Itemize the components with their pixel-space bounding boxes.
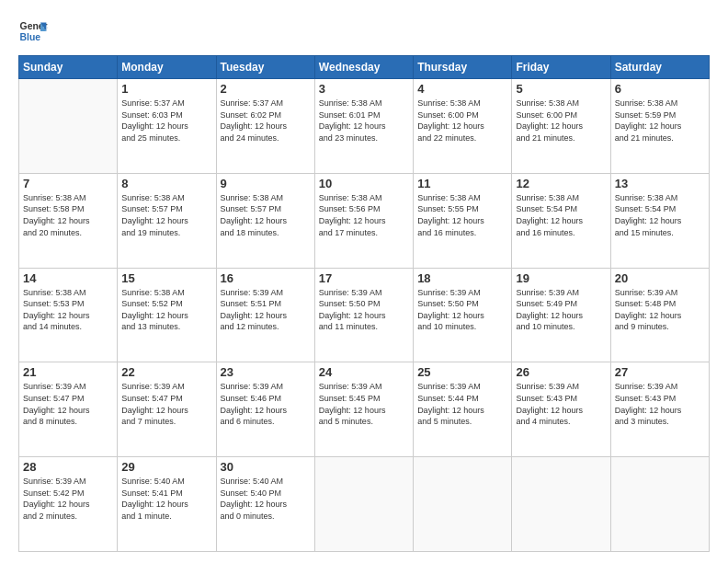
day-info: Sunrise: 5:39 AM Sunset: 5:46 PM Dayligh… — [221, 381, 311, 427]
calendar-cell — [314, 457, 413, 552]
calendar-cell: 16Sunrise: 5:39 AM Sunset: 5:51 PM Dayli… — [216, 268, 314, 362]
day-info: Sunrise: 5:38 AM Sunset: 6:01 PM Dayligh… — [319, 98, 409, 144]
logo: General Blue — [18, 17, 48, 46]
day-number: 6 — [615, 82, 705, 96]
weekday-header-monday: Monday — [118, 56, 216, 79]
calendar-cell: 30Sunrise: 5:40 AM Sunset: 5:40 PM Dayli… — [216, 457, 314, 552]
day-number: 25 — [417, 365, 507, 379]
calendar-cell: 1Sunrise: 5:37 AM Sunset: 6:03 PM Daylig… — [118, 79, 216, 174]
weekday-header-saturday: Saturday — [610, 56, 709, 79]
day-info: Sunrise: 5:39 AM Sunset: 5:42 PM Dayligh… — [23, 476, 113, 522]
calendar-cell — [610, 457, 709, 552]
day-number: 19 — [516, 271, 606, 285]
day-number: 11 — [417, 177, 507, 190]
day-info: Sunrise: 5:38 AM Sunset: 5:57 PM Dayligh… — [121, 192, 211, 238]
calendar-cell — [19, 79, 118, 174]
calendar-cell: 18Sunrise: 5:39 AM Sunset: 5:50 PM Dayli… — [414, 268, 512, 362]
day-info: Sunrise: 5:38 AM Sunset: 5:57 PM Dayligh… — [221, 192, 311, 238]
day-number: 18 — [417, 271, 507, 285]
day-info: Sunrise: 5:39 AM Sunset: 5:43 PM Dayligh… — [516, 381, 606, 427]
calendar-cell: 5Sunrise: 5:38 AM Sunset: 6:00 PM Daylig… — [512, 79, 610, 174]
calendar-cell: 13Sunrise: 5:38 AM Sunset: 5:54 PM Dayli… — [610, 173, 709, 268]
week-row-2: 7Sunrise: 5:38 AM Sunset: 5:58 PM Daylig… — [19, 173, 710, 268]
day-info: Sunrise: 5:38 AM Sunset: 5:55 PM Dayligh… — [417, 192, 507, 238]
day-info: Sunrise: 5:39 AM Sunset: 5:49 PM Dayligh… — [516, 287, 606, 333]
day-number: 10 — [319, 177, 409, 190]
calendar-cell — [512, 457, 610, 552]
day-info: Sunrise: 5:38 AM Sunset: 6:00 PM Dayligh… — [516, 98, 606, 144]
day-info: Sunrise: 5:38 AM Sunset: 5:58 PM Dayligh… — [23, 192, 113, 238]
svg-text:Blue: Blue — [20, 32, 41, 42]
calendar-cell: 6Sunrise: 5:38 AM Sunset: 5:59 PM Daylig… — [610, 79, 709, 174]
calendar-cell: 25Sunrise: 5:39 AM Sunset: 5:44 PM Dayli… — [414, 362, 512, 457]
calendar-cell: 9Sunrise: 5:38 AM Sunset: 5:57 PM Daylig… — [216, 173, 314, 268]
day-number: 15 — [121, 271, 211, 285]
day-number: 4 — [417, 82, 507, 96]
day-info: Sunrise: 5:38 AM Sunset: 5:56 PM Dayligh… — [319, 192, 409, 238]
day-number: 22 — [121, 365, 211, 379]
day-info: Sunrise: 5:38 AM Sunset: 5:54 PM Dayligh… — [516, 192, 606, 238]
day-number: 23 — [221, 365, 311, 379]
calendar-cell: 7Sunrise: 5:38 AM Sunset: 5:58 PM Daylig… — [19, 173, 118, 268]
day-number: 12 — [516, 177, 606, 190]
calendar-cell: 21Sunrise: 5:39 AM Sunset: 5:47 PM Dayli… — [19, 362, 118, 457]
calendar-cell: 3Sunrise: 5:38 AM Sunset: 6:01 PM Daylig… — [314, 79, 413, 174]
day-info: Sunrise: 5:40 AM Sunset: 5:40 PM Dayligh… — [221, 476, 311, 522]
week-row-3: 14Sunrise: 5:38 AM Sunset: 5:53 PM Dayli… — [19, 268, 710, 362]
calendar-cell: 28Sunrise: 5:39 AM Sunset: 5:42 PM Dayli… — [19, 457, 118, 552]
calendar-cell: 2Sunrise: 5:37 AM Sunset: 6:02 PM Daylig… — [216, 79, 314, 174]
day-number: 29 — [121, 460, 211, 474]
week-row-4: 21Sunrise: 5:39 AM Sunset: 5:47 PM Dayli… — [19, 362, 710, 457]
day-number: 20 — [615, 271, 705, 285]
day-number: 3 — [319, 82, 409, 96]
day-info: Sunrise: 5:38 AM Sunset: 6:00 PM Dayligh… — [417, 98, 507, 144]
day-info: Sunrise: 5:40 AM Sunset: 5:41 PM Dayligh… — [121, 476, 211, 522]
day-info: Sunrise: 5:39 AM Sunset: 5:48 PM Dayligh… — [615, 287, 705, 333]
week-row-5: 28Sunrise: 5:39 AM Sunset: 5:42 PM Dayli… — [19, 457, 710, 552]
day-number: 2 — [221, 82, 311, 96]
day-number: 16 — [221, 271, 311, 285]
weekday-header-thursday: Thursday — [414, 56, 512, 79]
calendar-cell: 27Sunrise: 5:39 AM Sunset: 5:43 PM Dayli… — [610, 362, 709, 457]
day-number: 30 — [221, 460, 311, 474]
week-row-1: 1Sunrise: 5:37 AM Sunset: 6:03 PM Daylig… — [19, 79, 710, 174]
day-number: 27 — [615, 365, 705, 379]
day-number: 17 — [319, 271, 409, 285]
logo-icon: General Blue — [18, 17, 48, 46]
weekday-header-row: SundayMondayTuesdayWednesdayThursdayFrid… — [19, 56, 710, 79]
day-info: Sunrise: 5:39 AM Sunset: 5:44 PM Dayligh… — [417, 381, 507, 427]
calendar-cell: 24Sunrise: 5:39 AM Sunset: 5:45 PM Dayli… — [314, 362, 413, 457]
day-info: Sunrise: 5:39 AM Sunset: 5:45 PM Dayligh… — [319, 381, 409, 427]
day-number: 24 — [319, 365, 409, 379]
calendar-cell: 23Sunrise: 5:39 AM Sunset: 5:46 PM Dayli… — [216, 362, 314, 457]
day-info: Sunrise: 5:39 AM Sunset: 5:43 PM Dayligh… — [615, 381, 705, 427]
calendar-cell: 11Sunrise: 5:38 AM Sunset: 5:55 PM Dayli… — [414, 173, 512, 268]
calendar-cell: 10Sunrise: 5:38 AM Sunset: 5:56 PM Dayli… — [314, 173, 413, 268]
day-info: Sunrise: 5:38 AM Sunset: 5:52 PM Dayligh… — [121, 287, 211, 333]
day-number: 9 — [221, 177, 311, 190]
day-info: Sunrise: 5:38 AM Sunset: 5:53 PM Dayligh… — [23, 287, 113, 333]
day-number: 21 — [23, 365, 113, 379]
calendar-cell: 22Sunrise: 5:39 AM Sunset: 5:47 PM Dayli… — [118, 362, 216, 457]
weekday-header-friday: Friday — [512, 56, 610, 79]
calendar-cell: 26Sunrise: 5:39 AM Sunset: 5:43 PM Dayli… — [512, 362, 610, 457]
day-number: 14 — [23, 271, 113, 285]
weekday-header-wednesday: Wednesday — [314, 56, 413, 79]
day-info: Sunrise: 5:39 AM Sunset: 5:47 PM Dayligh… — [121, 381, 211, 427]
day-number: 7 — [23, 177, 113, 190]
calendar-cell: 8Sunrise: 5:38 AM Sunset: 5:57 PM Daylig… — [118, 173, 216, 268]
day-number: 8 — [121, 177, 211, 190]
day-info: Sunrise: 5:39 AM Sunset: 5:50 PM Dayligh… — [319, 287, 409, 333]
weekday-header-sunday: Sunday — [19, 56, 118, 79]
day-info: Sunrise: 5:39 AM Sunset: 5:51 PM Dayligh… — [221, 287, 311, 333]
day-number: 26 — [516, 365, 606, 379]
calendar-cell: 17Sunrise: 5:39 AM Sunset: 5:50 PM Dayli… — [314, 268, 413, 362]
day-number: 28 — [23, 460, 113, 474]
day-info: Sunrise: 5:38 AM Sunset: 5:59 PM Dayligh… — [615, 98, 705, 144]
day-info: Sunrise: 5:38 AM Sunset: 5:54 PM Dayligh… — [615, 192, 705, 238]
weekday-header-tuesday: Tuesday — [216, 56, 314, 79]
day-info: Sunrise: 5:37 AM Sunset: 6:02 PM Dayligh… — [221, 98, 311, 144]
day-number: 13 — [615, 177, 705, 190]
day-info: Sunrise: 5:37 AM Sunset: 6:03 PM Dayligh… — [121, 98, 211, 144]
calendar-cell: 29Sunrise: 5:40 AM Sunset: 5:41 PM Dayli… — [118, 457, 216, 552]
